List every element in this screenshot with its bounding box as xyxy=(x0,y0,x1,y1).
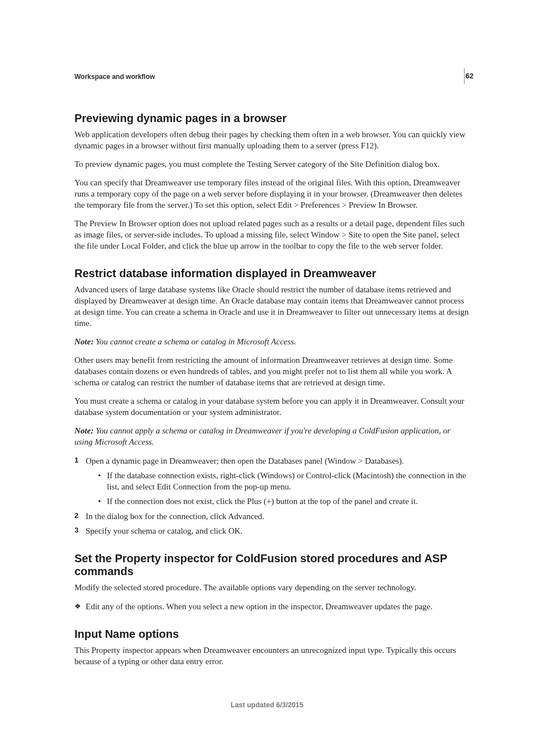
diamond-bullet: Edit any of the options. When you select… xyxy=(74,601,470,612)
step-item: In the dialog box for the connection, cl… xyxy=(74,511,470,522)
body-text: Advanced users of large database systems… xyxy=(74,284,470,329)
page-number: 62 xyxy=(466,72,474,80)
body-text: You must create a schema or catalog in y… xyxy=(74,396,470,418)
body-text: The Preview In Browser option does not u… xyxy=(74,218,470,252)
note-label: Note: xyxy=(74,337,93,346)
body-text: You can specify that Dreamweaver use tem… xyxy=(74,178,470,211)
page-container: 62 Workspace and workflow Previewing dyn… xyxy=(0,0,534,756)
note: Note: You cannot create a schema or cata… xyxy=(74,337,470,348)
body-text: Other users may benefit from restricting… xyxy=(74,355,470,389)
sub-item: If the connection does not exist, click … xyxy=(98,496,470,507)
note-body: You cannot apply a schema or catalog in … xyxy=(74,426,451,446)
body-text: Modify the selected stored procedure. Th… xyxy=(74,582,470,594)
heading-input-name: Input Name options xyxy=(74,628,470,641)
body-text: To preview dynamic pages, you must compl… xyxy=(74,159,470,170)
body-text: Web application developers often debug t… xyxy=(74,129,470,152)
step-text: Open a dynamic page in Dreamweaver; then… xyxy=(86,456,404,465)
heading-restrict-database: Restrict database information displayed … xyxy=(74,267,470,280)
footer-last-updated: Last updated 6/3/2015 xyxy=(0,701,534,709)
sub-item: If the database connection exists, right… xyxy=(98,470,470,493)
sub-list: If the database connection exists, right… xyxy=(98,470,470,507)
note: Note: You cannot apply a schema or catal… xyxy=(74,426,470,448)
note-label: Note: xyxy=(74,426,93,435)
ordered-steps: Open a dynamic page in Dreamweaver; then… xyxy=(74,455,470,537)
breadcrumb: Workspace and workflow xyxy=(74,73,470,81)
body-text: This Property inspector appears when Dre… xyxy=(74,645,470,668)
heading-previewing: Previewing dynamic pages in a browser xyxy=(74,112,470,125)
heading-property-inspector: Set the Property inspector for ColdFusio… xyxy=(74,552,470,578)
note-body: You cannot create a schema or catalog in… xyxy=(93,337,296,346)
page-number-rule xyxy=(464,68,465,84)
step-item: Open a dynamic page in Dreamweaver; then… xyxy=(74,455,470,507)
step-item: Specify your schema or catalog, and clic… xyxy=(74,525,470,536)
